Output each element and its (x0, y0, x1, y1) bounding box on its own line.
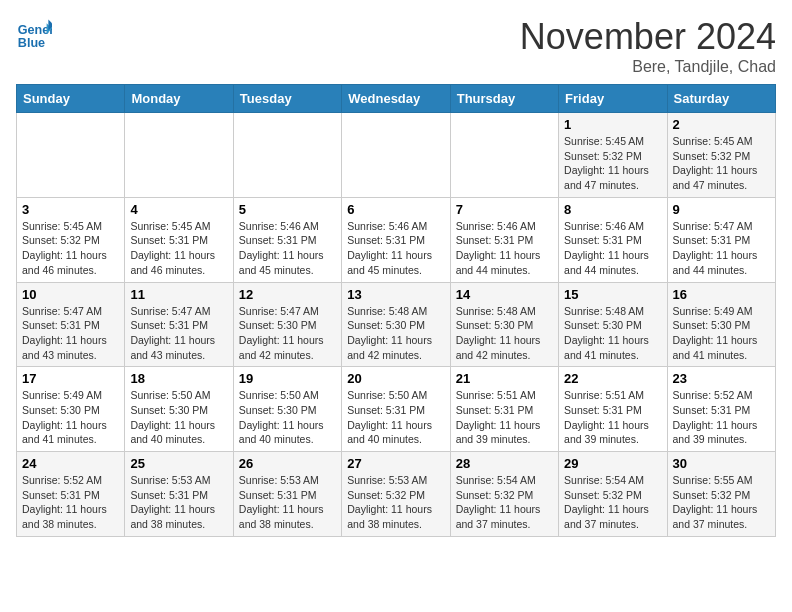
logo-icon: General Blue (16, 16, 52, 52)
calendar-cell: 9Sunrise: 5:47 AMSunset: 5:31 PMDaylight… (667, 197, 775, 282)
calendar-cell: 22Sunrise: 5:51 AMSunset: 5:31 PMDayligh… (559, 367, 667, 452)
location-title: Bere, Tandjile, Chad (520, 58, 776, 76)
day-info: Sunrise: 5:48 AMSunset: 5:30 PMDaylight:… (347, 304, 444, 363)
calendar-cell: 10Sunrise: 5:47 AMSunset: 5:31 PMDayligh… (17, 282, 125, 367)
calendar-cell: 24Sunrise: 5:52 AMSunset: 5:31 PMDayligh… (17, 452, 125, 537)
day-number: 22 (564, 371, 661, 386)
day-info: Sunrise: 5:45 AMSunset: 5:32 PMDaylight:… (673, 134, 770, 193)
day-info: Sunrise: 5:49 AMSunset: 5:30 PMDaylight:… (673, 304, 770, 363)
day-info: Sunrise: 5:53 AMSunset: 5:32 PMDaylight:… (347, 473, 444, 532)
page-header: General Blue November 2024 Bere, Tandjil… (16, 16, 776, 76)
weekday-header-sunday: Sunday (17, 85, 125, 113)
day-info: Sunrise: 5:46 AMSunset: 5:31 PMDaylight:… (347, 219, 444, 278)
day-info: Sunrise: 5:51 AMSunset: 5:31 PMDaylight:… (456, 388, 553, 447)
day-number: 3 (22, 202, 119, 217)
day-number: 1 (564, 117, 661, 132)
day-number: 23 (673, 371, 770, 386)
calendar-cell: 17Sunrise: 5:49 AMSunset: 5:30 PMDayligh… (17, 367, 125, 452)
day-number: 10 (22, 287, 119, 302)
day-number: 15 (564, 287, 661, 302)
day-info: Sunrise: 5:48 AMSunset: 5:30 PMDaylight:… (456, 304, 553, 363)
title-block: November 2024 Bere, Tandjile, Chad (520, 16, 776, 76)
day-info: Sunrise: 5:53 AMSunset: 5:31 PMDaylight:… (239, 473, 336, 532)
day-number: 5 (239, 202, 336, 217)
day-number: 7 (456, 202, 553, 217)
day-number: 14 (456, 287, 553, 302)
day-info: Sunrise: 5:55 AMSunset: 5:32 PMDaylight:… (673, 473, 770, 532)
day-info: Sunrise: 5:53 AMSunset: 5:31 PMDaylight:… (130, 473, 227, 532)
day-info: Sunrise: 5:50 AMSunset: 5:30 PMDaylight:… (130, 388, 227, 447)
day-info: Sunrise: 5:48 AMSunset: 5:30 PMDaylight:… (564, 304, 661, 363)
day-number: 16 (673, 287, 770, 302)
day-number: 4 (130, 202, 227, 217)
day-info: Sunrise: 5:50 AMSunset: 5:30 PMDaylight:… (239, 388, 336, 447)
day-info: Sunrise: 5:45 AMSunset: 5:32 PMDaylight:… (22, 219, 119, 278)
day-number: 19 (239, 371, 336, 386)
day-info: Sunrise: 5:45 AMSunset: 5:32 PMDaylight:… (564, 134, 661, 193)
day-number: 29 (564, 456, 661, 471)
calendar-cell: 21Sunrise: 5:51 AMSunset: 5:31 PMDayligh… (450, 367, 558, 452)
calendar-cell: 11Sunrise: 5:47 AMSunset: 5:31 PMDayligh… (125, 282, 233, 367)
calendar-cell: 19Sunrise: 5:50 AMSunset: 5:30 PMDayligh… (233, 367, 341, 452)
calendar-cell (342, 113, 450, 198)
day-info: Sunrise: 5:47 AMSunset: 5:31 PMDaylight:… (22, 304, 119, 363)
day-info: Sunrise: 5:46 AMSunset: 5:31 PMDaylight:… (239, 219, 336, 278)
calendar-cell: 20Sunrise: 5:50 AMSunset: 5:31 PMDayligh… (342, 367, 450, 452)
month-title: November 2024 (520, 16, 776, 58)
day-info: Sunrise: 5:54 AMSunset: 5:32 PMDaylight:… (564, 473, 661, 532)
calendar-cell: 3Sunrise: 5:45 AMSunset: 5:32 PMDaylight… (17, 197, 125, 282)
calendar-cell: 14Sunrise: 5:48 AMSunset: 5:30 PMDayligh… (450, 282, 558, 367)
day-info: Sunrise: 5:47 AMSunset: 5:31 PMDaylight:… (673, 219, 770, 278)
calendar-cell: 25Sunrise: 5:53 AMSunset: 5:31 PMDayligh… (125, 452, 233, 537)
day-number: 28 (456, 456, 553, 471)
day-number: 24 (22, 456, 119, 471)
weekday-header-monday: Monday (125, 85, 233, 113)
calendar-cell: 29Sunrise: 5:54 AMSunset: 5:32 PMDayligh… (559, 452, 667, 537)
calendar-cell (233, 113, 341, 198)
day-number: 11 (130, 287, 227, 302)
day-number: 9 (673, 202, 770, 217)
day-number: 18 (130, 371, 227, 386)
calendar-cell: 28Sunrise: 5:54 AMSunset: 5:32 PMDayligh… (450, 452, 558, 537)
day-info: Sunrise: 5:52 AMSunset: 5:31 PMDaylight:… (673, 388, 770, 447)
day-info: Sunrise: 5:51 AMSunset: 5:31 PMDaylight:… (564, 388, 661, 447)
calendar-cell: 15Sunrise: 5:48 AMSunset: 5:30 PMDayligh… (559, 282, 667, 367)
calendar-cell (17, 113, 125, 198)
calendar-cell: 7Sunrise: 5:46 AMSunset: 5:31 PMDaylight… (450, 197, 558, 282)
day-number: 30 (673, 456, 770, 471)
calendar-cell: 16Sunrise: 5:49 AMSunset: 5:30 PMDayligh… (667, 282, 775, 367)
weekday-header-tuesday: Tuesday (233, 85, 341, 113)
calendar-cell: 30Sunrise: 5:55 AMSunset: 5:32 PMDayligh… (667, 452, 775, 537)
calendar-cell: 26Sunrise: 5:53 AMSunset: 5:31 PMDayligh… (233, 452, 341, 537)
weekday-header-thursday: Thursday (450, 85, 558, 113)
day-info: Sunrise: 5:54 AMSunset: 5:32 PMDaylight:… (456, 473, 553, 532)
day-number: 8 (564, 202, 661, 217)
weekday-header-friday: Friday (559, 85, 667, 113)
day-number: 20 (347, 371, 444, 386)
day-number: 6 (347, 202, 444, 217)
calendar-cell: 1Sunrise: 5:45 AMSunset: 5:32 PMDaylight… (559, 113, 667, 198)
day-info: Sunrise: 5:46 AMSunset: 5:31 PMDaylight:… (564, 219, 661, 278)
calendar-cell: 18Sunrise: 5:50 AMSunset: 5:30 PMDayligh… (125, 367, 233, 452)
calendar-cell: 2Sunrise: 5:45 AMSunset: 5:32 PMDaylight… (667, 113, 775, 198)
day-info: Sunrise: 5:46 AMSunset: 5:31 PMDaylight:… (456, 219, 553, 278)
logo: General Blue (16, 16, 52, 52)
day-number: 26 (239, 456, 336, 471)
calendar-cell: 23Sunrise: 5:52 AMSunset: 5:31 PMDayligh… (667, 367, 775, 452)
day-info: Sunrise: 5:50 AMSunset: 5:31 PMDaylight:… (347, 388, 444, 447)
day-info: Sunrise: 5:45 AMSunset: 5:31 PMDaylight:… (130, 219, 227, 278)
day-number: 17 (22, 371, 119, 386)
calendar-cell: 27Sunrise: 5:53 AMSunset: 5:32 PMDayligh… (342, 452, 450, 537)
calendar-cell: 8Sunrise: 5:46 AMSunset: 5:31 PMDaylight… (559, 197, 667, 282)
calendar-cell: 13Sunrise: 5:48 AMSunset: 5:30 PMDayligh… (342, 282, 450, 367)
calendar-cell: 12Sunrise: 5:47 AMSunset: 5:30 PMDayligh… (233, 282, 341, 367)
calendar-cell: 4Sunrise: 5:45 AMSunset: 5:31 PMDaylight… (125, 197, 233, 282)
day-number: 13 (347, 287, 444, 302)
calendar-cell (450, 113, 558, 198)
calendar-cell (125, 113, 233, 198)
calendar-cell: 5Sunrise: 5:46 AMSunset: 5:31 PMDaylight… (233, 197, 341, 282)
day-number: 27 (347, 456, 444, 471)
day-info: Sunrise: 5:49 AMSunset: 5:30 PMDaylight:… (22, 388, 119, 447)
day-number: 25 (130, 456, 227, 471)
calendar-table: SundayMondayTuesdayWednesdayThursdayFrid… (16, 84, 776, 537)
